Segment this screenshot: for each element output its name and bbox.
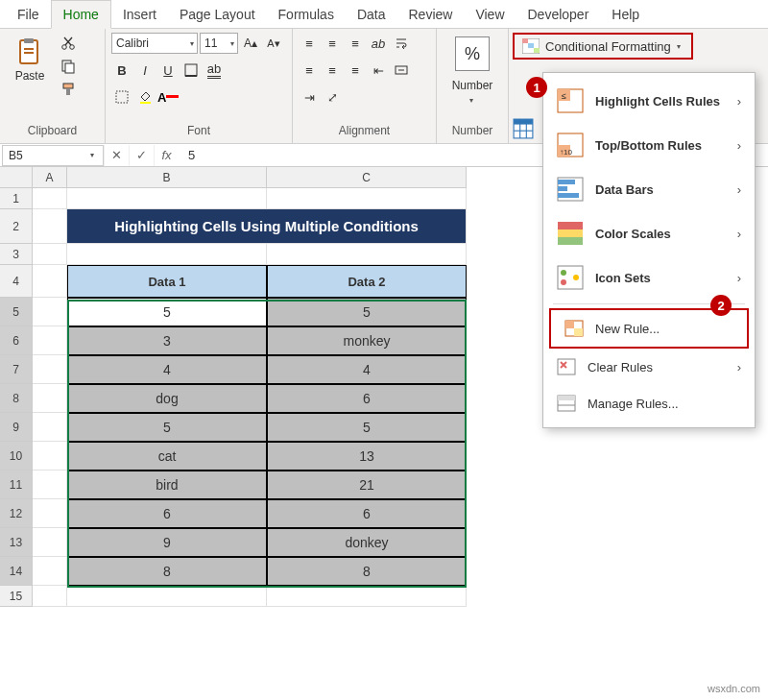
cell-B9[interactable]: 5 xyxy=(67,413,267,442)
cell-C13[interactable]: donkey xyxy=(267,528,467,557)
cell-B14[interactable]: 8 xyxy=(67,557,267,586)
fill-color-button[interactable] xyxy=(134,86,156,108)
menu-icon-sets[interactable]: Icon Sets › xyxy=(543,255,755,300)
row-header-2[interactable]: 2 xyxy=(0,209,33,244)
menu-top-bottom[interactable]: ↑10 Top/Bottom Rules › xyxy=(543,123,755,167)
cell-C8[interactable]: 6 xyxy=(267,384,467,413)
cell-B15[interactable] xyxy=(67,586,267,607)
decrease-indent-button[interactable]: ⇤ xyxy=(368,60,389,81)
align-center-button[interactable]: ≡ xyxy=(322,60,343,81)
cell-A2[interactable] xyxy=(33,209,67,244)
row-header-4[interactable]: 4 xyxy=(0,265,33,298)
border-button[interactable] xyxy=(180,60,202,81)
cell-A3[interactable] xyxy=(33,244,67,265)
double-underline-button[interactable]: ab xyxy=(204,60,225,81)
cell-A4[interactable] xyxy=(33,265,67,298)
font-name-select[interactable]: Calibri▾ xyxy=(111,33,198,54)
cut-button[interactable] xyxy=(58,33,79,54)
header-data2[interactable]: Data 2 xyxy=(267,265,467,298)
copy-button[interactable] xyxy=(58,56,79,77)
format-painter-button[interactable] xyxy=(58,79,79,100)
menu-manage-rules[interactable]: Manage Rules... xyxy=(543,385,755,422)
align-middle-button[interactable]: ≡ xyxy=(322,33,343,54)
row-header-10[interactable]: 10 xyxy=(0,442,33,471)
underline-button[interactable]: U xyxy=(157,60,179,81)
tab-help[interactable]: Help xyxy=(600,1,651,28)
cell-B6[interactable]: 3 xyxy=(67,326,267,355)
align-bottom-button[interactable]: ≡ xyxy=(345,33,366,54)
cell-C5[interactable]: 5 xyxy=(267,298,467,326)
cancel-formula-button[interactable]: ✕ xyxy=(104,145,129,166)
cell-B1[interactable] xyxy=(67,188,267,209)
row-header-3[interactable]: 3 xyxy=(0,244,33,265)
cell-A11[interactable] xyxy=(33,471,67,499)
row-header-7[interactable]: 7 xyxy=(0,355,33,384)
cell-C9[interactable]: 5 xyxy=(267,413,467,442)
row-header-9[interactable]: 9 xyxy=(0,413,33,442)
cell-C14[interactable]: 8 xyxy=(267,557,467,586)
tab-view[interactable]: View xyxy=(464,1,516,28)
tab-insert[interactable]: Insert xyxy=(111,1,168,28)
tab-review[interactable]: Review xyxy=(397,1,465,28)
cell-A14[interactable] xyxy=(33,557,67,586)
enter-formula-button[interactable]: ✓ xyxy=(129,145,154,166)
select-all-corner[interactable] xyxy=(0,167,33,188)
conditional-formatting-button[interactable]: Conditional Formatting ▾ xyxy=(513,33,693,60)
cell-A9[interactable] xyxy=(33,413,67,442)
menu-color-scales[interactable]: Color Scales › xyxy=(543,211,755,255)
col-header-C[interactable]: C xyxy=(267,167,467,188)
cell-C1[interactable] xyxy=(267,188,467,209)
cell-A15[interactable] xyxy=(33,586,67,607)
tab-developer[interactable]: Developer xyxy=(516,1,601,28)
align-top-button[interactable]: ≡ xyxy=(299,33,320,54)
align-right-button[interactable]: ≡ xyxy=(345,60,366,81)
header-data1[interactable]: Data 1 xyxy=(67,265,267,298)
cell-A13[interactable] xyxy=(33,528,67,557)
cell-B13[interactable]: 9 xyxy=(67,528,267,557)
italic-button[interactable]: I xyxy=(134,60,156,81)
cell-A8[interactable] xyxy=(33,384,67,413)
orientation-diag-button[interactable]: ⤢ xyxy=(322,86,343,108)
bold-button[interactable]: B xyxy=(111,60,132,81)
row-header-5[interactable]: 5 xyxy=(0,298,33,326)
cell-B8[interactable]: dog xyxy=(67,384,267,413)
cell-C7[interactable]: 4 xyxy=(267,355,467,384)
font-color-button[interactable]: A xyxy=(157,86,179,108)
menu-highlight-cells[interactable]: ≤ Highlight Cells Rules › xyxy=(543,79,755,123)
tab-file[interactable]: File xyxy=(6,1,51,28)
chevron-down-icon[interactable]: ▾ xyxy=(469,96,473,105)
format-as-table-icon[interactable] xyxy=(513,118,534,139)
cell-A10[interactable] xyxy=(33,442,67,471)
cell-A1[interactable] xyxy=(33,188,67,209)
tab-formulas[interactable]: Formulas xyxy=(267,1,346,28)
cell-B12[interactable]: 6 xyxy=(67,499,267,528)
tab-page-layout[interactable]: Page Layout xyxy=(168,1,267,28)
paste-button[interactable]: Paste xyxy=(6,33,54,86)
title-banner[interactable]: Highlighting Cells Using Multiple Condit… xyxy=(67,209,467,244)
cell-B10[interactable]: cat xyxy=(67,442,267,471)
font-size-select[interactable]: 11▾ xyxy=(200,33,238,54)
row-header-13[interactable]: 13 xyxy=(0,528,33,557)
increase-indent-button[interactable]: ⇥ xyxy=(299,86,320,108)
cell-C11[interactable]: 21 xyxy=(267,471,467,499)
menu-data-bars[interactable]: Data Bars › xyxy=(543,167,755,211)
col-header-A[interactable]: A xyxy=(33,167,67,188)
name-box[interactable]: B5 ▾ xyxy=(2,145,104,166)
cell-A12[interactable] xyxy=(33,499,67,528)
cell-C6[interactable]: monkey xyxy=(267,326,467,355)
row-header-14[interactable]: 14 xyxy=(0,557,33,586)
merge-button[interactable] xyxy=(391,60,412,81)
cell-C12[interactable]: 6 xyxy=(267,499,467,528)
row-header-15[interactable]: 15 xyxy=(0,586,33,607)
cell-B11[interactable]: bird xyxy=(67,471,267,499)
col-header-B[interactable]: B xyxy=(67,167,267,188)
row-header-6[interactable]: 6 xyxy=(0,326,33,355)
cell-A7[interactable] xyxy=(33,355,67,384)
fx-button[interactable]: fx xyxy=(154,145,179,166)
borders-dropdown[interactable] xyxy=(111,86,132,108)
cell-C10[interactable]: 13 xyxy=(267,442,467,471)
cell-A6[interactable] xyxy=(33,326,67,355)
row-header-1[interactable]: 1 xyxy=(0,188,33,209)
percent-style-button[interactable]: % xyxy=(455,36,490,71)
tab-home[interactable]: Home xyxy=(51,0,111,29)
